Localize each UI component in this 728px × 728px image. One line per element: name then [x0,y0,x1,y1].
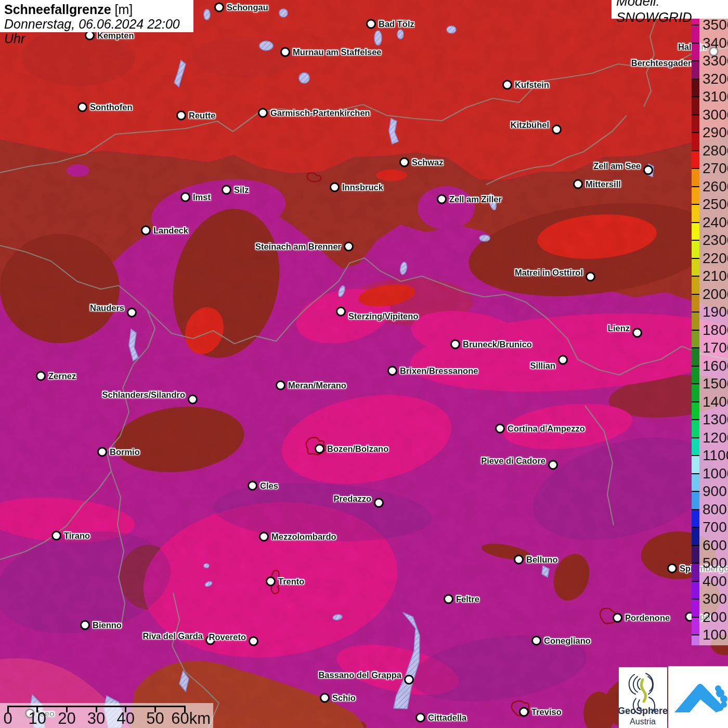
town-label: Schwaz [412,158,444,167]
legend-tick-label: 200 [703,609,727,626]
legend-tick [692,258,699,259]
legend-tick-label: 3300 [703,53,728,69]
legend-band [692,456,699,474]
town-label: Mittersill [586,179,621,189]
town-label: Rovereto [209,632,246,642]
town-label: Belluno [526,555,558,565]
town-label: Cortina d'Ampezzo [508,424,585,434]
town-marker: Nauders [90,308,137,318]
legend-band [692,420,699,438]
town-label: Lienz [608,323,630,333]
town-label: Garmisch-Partenkirchen [270,108,370,118]
town-marker: Reutte [176,111,215,121]
title-box: Schneefallgrenze [m] Donnerstag, 06.06.2… [0,0,193,32]
legend-tick-label: 2300 [703,232,728,249]
legend-band [692,258,699,277]
town-label: Pordenone [625,613,670,623]
town-label: Conegliano [544,636,591,646]
legend-band [692,223,699,241]
town-dot [127,308,137,318]
town-marker: Bormio [97,447,140,457]
town-marker: Pieve di Cadore [481,460,558,470]
legend-band [692,240,699,258]
legend-tick-label: 1100 [703,447,728,464]
town-marker: Sonthofen [77,102,133,112]
town-marker: Murnau am Staffelsee [280,47,382,57]
legend-band [692,312,699,330]
town-dot [404,675,414,685]
town-label: Trento [278,577,304,587]
town-marker: Treviso [519,707,562,717]
legend-band [692,599,699,617]
town-marker: Imst [180,192,211,202]
town-dot [80,620,90,630]
legend-tick-label: 2000 [703,286,728,303]
town-dot [36,371,46,381]
scalebar-label: 10 [28,709,46,728]
town-marker: Brixen/Bressanone [387,366,478,376]
town-marker: Bassano del Grappa [318,675,414,685]
town-label: Bienno [93,620,122,630]
town-dot [141,226,151,236]
legend-tick [692,168,699,169]
town-label: Reutte [189,111,215,121]
town-dot [415,713,425,723]
legend-tick-label: 1800 [703,322,728,339]
town-marker: Zernez [36,371,76,381]
town-dot [276,381,285,391]
legend-tick [692,96,699,97]
town-marker: Bad Tölz [366,19,414,29]
town-label: Kufstein [515,80,549,90]
town-marker: Berchtesgaden [631,58,693,68]
legend-band [692,330,699,348]
town-marker: Feltre [444,594,479,604]
town-label: Sillian [530,361,555,371]
legend-tick [692,401,699,402]
geosphere-accent [641,680,645,701]
legend-tick [692,240,699,241]
town-dot [366,19,376,29]
legend-tick-label: 500 [703,555,727,571]
legend-tick-label: 3100 [703,88,728,105]
legend-tick [692,634,699,635]
legend-band [692,294,699,313]
town-marker: Riva del Garda [142,635,215,645]
title-unit: [m] [111,2,133,17]
legend-tick [692,204,699,205]
legend-tick [692,599,699,600]
town-dot [97,447,107,457]
town-dot [399,158,409,167]
town-label: Bad Tölz [379,19,414,29]
mountain-icon [674,684,727,712]
legend-band [692,366,699,384]
legend-band [692,545,699,564]
legend-band [692,276,699,294]
town-label: Cittadella [428,713,466,723]
legend-tick-label: 2100 [703,268,728,284]
town-marker: Zell am Ziller [437,194,502,204]
town-dot [450,340,460,349]
legend-band [692,438,699,456]
scalebar-label: 50 [146,709,164,728]
town-dot [531,636,541,646]
town-marker: Mittersill [573,179,621,189]
town-dot [266,577,276,587]
town-marker: Mezzolombardo [259,532,336,542]
legend-tick [692,114,699,115]
legend-tick-label: 2600 [703,178,728,195]
legend-tick [692,186,699,187]
legend-band [692,61,699,79]
town-marker: Steinach am Brenner [255,242,354,252]
town-label: Mezzolombardo [271,532,336,542]
legend-tick-label: 2400 [703,214,728,231]
weather-map-screen: SchongauBad TölzKemptenMurnau am Staffel… [0,0,728,728]
map-title: Schneefallgrenze [m] [4,2,193,17]
town-label: Cles [260,481,278,491]
town-dot [214,3,224,12]
legend-tick-label: 1200 [703,430,728,446]
scalebar: 0102030405060km [0,703,213,728]
legend-tick [692,509,699,510]
town-label: Riva del Garda [142,631,203,641]
town-dot [259,532,269,542]
town-dot [77,102,87,112]
